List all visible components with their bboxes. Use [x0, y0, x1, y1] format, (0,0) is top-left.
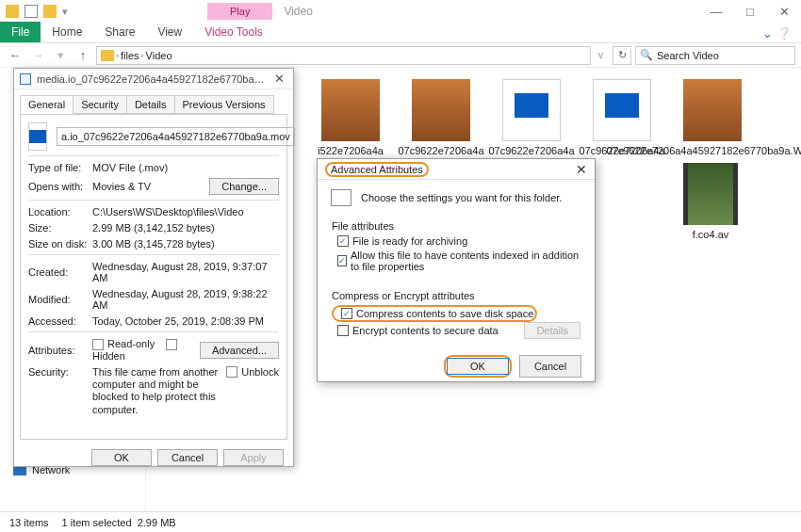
window-titlebar: ▾ Play Video — □ ✕ [0, 0, 801, 23]
label-attributes: Attributes: [28, 345, 92, 356]
refresh-button[interactable]: ↻ [613, 46, 631, 65]
dialog-title-highlight: Advanced Attributes [325, 162, 429, 177]
maximize-button[interactable]: □ [733, 2, 767, 21]
value-created: Wednesday, August 28, 2019, 9:37:07 AM [92, 261, 279, 283]
label-modified: Modified: [28, 294, 92, 305]
value-opens: Movies & TV [92, 181, 209, 192]
dialog-icon [20, 73, 31, 85]
folder-icon [101, 50, 114, 61]
value-modified: Wednesday, August 28, 2019, 9:38:22 AM [92, 288, 279, 311]
adv-title: Advanced Attributes [331, 164, 423, 175]
file-name: i522e7206a4a [318, 145, 384, 157]
breadcrumb-seg[interactable]: files [121, 50, 139, 61]
status-count: 13 items [9, 517, 49, 528]
filename-input[interactable]: a.io_07c9622e7206a4a45927182e6770ba9a.mo… [57, 127, 295, 146]
breadcrumb-seg[interactable]: Video [146, 50, 172, 61]
dialog-close-button[interactable]: ✕ [270, 72, 287, 86]
encrypt-checkbox[interactable]: Encrypt contents to secure data [332, 325, 516, 336]
status-bar: 13 items 1 item selected 2.99 MB [0, 511, 801, 532]
chevron-right-icon[interactable]: › [141, 51, 144, 60]
label-type: Type of file: [28, 162, 92, 173]
breadcrumb[interactable]: › files › Video [96, 46, 591, 65]
contextual-tab-label: Play [207, 3, 272, 20]
file-name: 07c9622e7206a4a [488, 145, 574, 157]
change-button[interactable]: Change... [209, 178, 279, 195]
label-security: Security: [28, 366, 92, 378]
qat-properties-icon[interactable] [25, 5, 38, 18]
back-button[interactable]: ← [6, 46, 25, 65]
file-name: f.co4.av [693, 229, 729, 241]
file-item[interactable]: i522e7206a4a [312, 79, 389, 157]
adv-close-button[interactable]: ✕ [576, 162, 587, 177]
ok-button[interactable]: OK [91, 449, 152, 466]
tab-file[interactable]: File [0, 22, 41, 42]
explorer-icon [6, 5, 19, 18]
index-checkbox[interactable]: ✓Allow this file to have contents indexe… [332, 250, 580, 272]
advanced-button[interactable]: Advanced... [200, 342, 279, 359]
label-accessed: Accessed: [28, 315, 92, 327]
qat-dropdown-icon[interactable]: ▾ [62, 6, 68, 18]
adv-cancel-button[interactable]: Cancel [519, 355, 581, 378]
label-created: Created: [28, 266, 92, 278]
file-attributes-label: File attributes [332, 220, 580, 232]
tab-home[interactable]: Home [41, 22, 93, 42]
tab-share[interactable]: Share [93, 22, 146, 42]
tab-details[interactable]: Details [126, 95, 175, 114]
cancel-button[interactable]: Cancel [157, 449, 218, 466]
search-icon: 🔍 [640, 49, 653, 61]
archive-checkbox[interactable]: ✓File is ready for archiving [332, 235, 580, 247]
hidden-checkbox[interactable] [166, 339, 177, 350]
close-button[interactable]: ✕ [767, 2, 801, 21]
file-name: 07c9622e7206a4a [398, 145, 483, 157]
security-text: This file came from another computer and… [92, 366, 226, 416]
status-selection: 1 item selected 2.99 MB [62, 517, 176, 528]
value-size: 2.99 MB (3,142,152 bytes) [92, 222, 279, 234]
chevron-right-icon[interactable]: › [116, 51, 119, 60]
unblock-checkbox[interactable] [226, 366, 237, 378]
search-input[interactable]: 🔍 Search Video [635, 46, 795, 65]
minimize-button[interactable]: — [699, 2, 733, 21]
label-location: Location: [28, 206, 92, 218]
search-placeholder: Search Video [657, 50, 719, 61]
advanced-attributes-dialog: Advanced Attributes ✕ Choose the setting… [317, 158, 596, 382]
thumbnail [321, 79, 380, 141]
file-name: 07c9622e7206a4a45927182e6770ba9a.WMV [606, 145, 801, 157]
compress-highlight: ✓Compress contents to save disk space [332, 305, 537, 322]
tab-security[interactable]: Security [73, 95, 127, 114]
folder-settings-icon [331, 189, 351, 206]
value-size-on-disk: 3.00 MB (3,145,728 bytes) [92, 238, 279, 250]
tab-view[interactable]: View [146, 22, 193, 42]
thumbnail [412, 79, 470, 141]
ok-highlight: OK [444, 355, 512, 378]
thumbnail [502, 79, 561, 141]
up-button[interactable]: ↑ [74, 46, 92, 65]
recent-dropdown[interactable]: ▾ [51, 46, 70, 65]
properties-tabs: General Security Details Previous Versio… [14, 89, 293, 114]
readonly-checkbox[interactable] [92, 339, 104, 350]
ribbon-expand-icon[interactable]: ⌄ ❔ [753, 24, 801, 42]
adv-description: Choose the settings you want for this fo… [361, 192, 562, 203]
qat-newfolder-icon[interactable] [43, 5, 57, 18]
properties-dialog: media.io_07c9622e7206a4a45927182e6770ba9… [13, 68, 294, 467]
value-type: MOV File (.mov) [92, 162, 279, 173]
filetype-icon [28, 122, 47, 151]
file-item[interactable]: 07c9622e7206a4a45927182e6770ba9a.WMV [674, 79, 751, 157]
details-button[interactable]: Details [524, 322, 580, 339]
value-location: C:\Users\WS\Desktop\files\Video [92, 206, 279, 218]
file-item[interactable]: f.co4.av [672, 163, 749, 248]
adv-ok-button[interactable]: OK [447, 358, 509, 375]
forward-button[interactable]: → [28, 46, 47, 65]
compress-checkbox[interactable]: ✓Compress contents to save disk space [335, 308, 533, 319]
thumbnail [683, 163, 738, 225]
address-dropdown-icon[interactable]: v [595, 50, 607, 60]
file-item[interactable]: 07c9622e7206a4a [493, 79, 570, 157]
label-size-on-disk: Size on disk: [28, 238, 92, 250]
apply-button[interactable]: Apply [223, 449, 284, 466]
tab-general[interactable]: General [20, 95, 74, 114]
compress-encrypt-label: Compress or Encrypt attributes [332, 290, 580, 301]
tab-video-tools[interactable]: Video Tools [193, 22, 274, 42]
value-accessed: Today, October 25, 2019, 2:08:39 PM [92, 315, 279, 327]
address-bar: ← → ▾ ↑ › files › Video v ↻ 🔍 Search Vid… [0, 43, 801, 68]
tab-previous-versions[interactable]: Previous Versions [174, 95, 274, 114]
file-item[interactable]: 07c9622e7206a4a [402, 79, 480, 157]
